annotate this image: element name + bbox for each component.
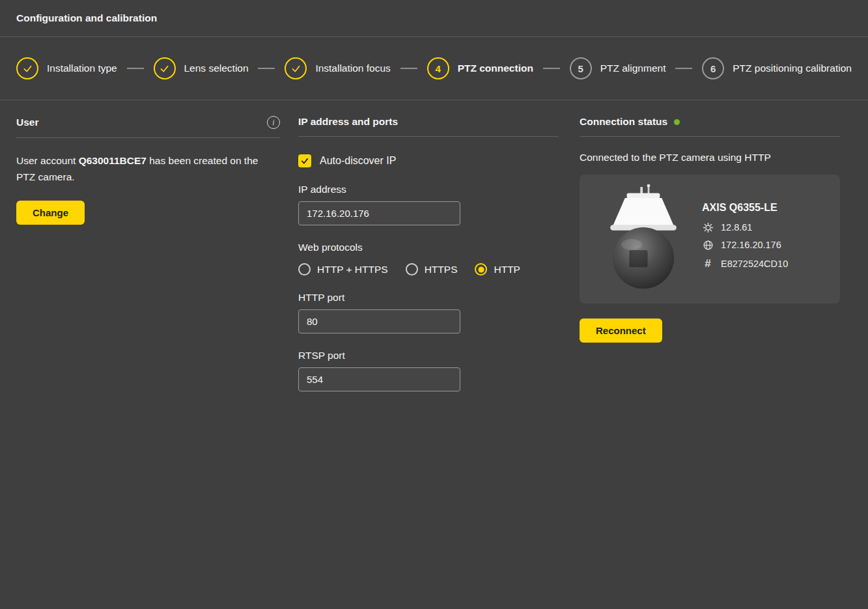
radio-unselected-icon bbox=[298, 263, 311, 276]
web-protocols-label: Web protocols bbox=[298, 242, 559, 253]
check-icon bbox=[159, 63, 170, 74]
step-label: Lens selection bbox=[184, 63, 249, 74]
firmware-version: 12.8.61 bbox=[721, 222, 752, 233]
user-section-title: User bbox=[16, 117, 38, 128]
step-circle-done bbox=[285, 57, 307, 79]
network-section: IP address and ports Auto-discover IP IP… bbox=[298, 116, 559, 391]
radio-http-https[interactable]: HTTP + HTTPS bbox=[298, 263, 388, 276]
camera-model: AXIS Q6355-LE bbox=[702, 202, 788, 214]
checkbox-checked-icon bbox=[298, 154, 311, 167]
step-label: Installation focus bbox=[315, 63, 390, 74]
ip-row: 172.16.20.176 bbox=[702, 240, 788, 251]
user-account-name: Q630011BCE7 bbox=[79, 155, 147, 166]
camera-card: AXIS Q6355-LE 12.8.61 bbox=[580, 175, 840, 304]
hash-icon: # bbox=[702, 257, 714, 270]
check-icon bbox=[290, 63, 301, 74]
step-circle-upcoming: 6 bbox=[702, 57, 724, 79]
http-port-label: HTTP port bbox=[298, 292, 559, 304]
rtsp-port-label: RTSP port bbox=[298, 350, 559, 361]
step-connector bbox=[543, 68, 560, 69]
main-content: User i User account Q630011BCE7 has been… bbox=[0, 100, 868, 391]
ip-address-label: IP address bbox=[298, 184, 559, 195]
info-icon[interactable]: i bbox=[267, 116, 280, 129]
step-label: Installation type bbox=[47, 63, 117, 74]
camera-info: AXIS Q6355-LE 12.8.61 bbox=[702, 202, 788, 277]
auto-discover-checkbox[interactable]: Auto-discover IP bbox=[298, 154, 559, 167]
globe-icon bbox=[702, 240, 714, 251]
radio-selected-icon bbox=[475, 263, 487, 276]
change-button[interactable]: Change bbox=[16, 201, 85, 225]
reconnect-button[interactable]: Reconnect bbox=[580, 319, 662, 343]
user-text-before: User account bbox=[16, 155, 79, 166]
auto-discover-label: Auto-discover IP bbox=[320, 155, 396, 167]
radio-https[interactable]: HTTPS bbox=[406, 263, 458, 276]
step-label: PTZ connection bbox=[458, 63, 533, 74]
network-section-heading: IP address and ports bbox=[298, 116, 559, 137]
ip-address-input[interactable] bbox=[298, 201, 460, 225]
step-circle-done bbox=[154, 57, 176, 79]
radio-unselected-icon bbox=[406, 263, 418, 276]
network-section-title: IP address and ports bbox=[298, 116, 398, 128]
wizard-stepper: Installation type Lens selection Install… bbox=[0, 37, 868, 100]
firmware-row: 12.8.61 bbox=[702, 222, 788, 233]
step-ptz-alignment[interactable]: 5 PTZ alignment bbox=[570, 57, 666, 79]
step-connector bbox=[258, 68, 275, 69]
step-label: PTZ alignment bbox=[600, 63, 666, 74]
page-title: Configuration and calibration bbox=[16, 12, 157, 24]
step-installation-type[interactable]: Installation type bbox=[16, 57, 117, 79]
connection-section: Connection status Connected to the PTZ c… bbox=[580, 116, 840, 391]
user-section: User i User account Q630011BCE7 has been… bbox=[16, 116, 280, 391]
connection-status-title: Connection status bbox=[580, 116, 667, 128]
user-section-heading: User i bbox=[16, 116, 280, 138]
user-account-text: User account Q630011BCE7 has been create… bbox=[16, 153, 273, 186]
camera-ip: 172.16.20.176 bbox=[721, 240, 781, 250]
status-connected-dot bbox=[674, 119, 680, 125]
step-circle-upcoming: 5 bbox=[570, 57, 592, 79]
connection-section-title: Connection status bbox=[580, 116, 680, 128]
http-port-input[interactable] bbox=[298, 309, 460, 333]
camera-serial: E8272524CD10 bbox=[721, 259, 788, 269]
step-connector bbox=[675, 68, 692, 69]
connection-section-heading: Connection status bbox=[580, 116, 840, 137]
radio-http[interactable]: HTTP bbox=[475, 263, 520, 276]
connection-status-text: Connected to the PTZ camera using HTTP bbox=[580, 152, 840, 163]
step-label: PTZ positioning calibration bbox=[733, 63, 852, 74]
step-lens-selection[interactable]: Lens selection bbox=[154, 57, 249, 79]
top-bar: Configuration and calibration bbox=[0, 0, 868, 37]
radio-label: HTTPS bbox=[425, 264, 458, 276]
gear-icon bbox=[702, 222, 714, 233]
step-ptz-positioning-calibration[interactable]: 6 PTZ positioning calibration bbox=[702, 57, 852, 79]
step-circle-current: 4 bbox=[427, 57, 449, 79]
web-protocols-radio-group: HTTP + HTTPS HTTPS HTTP bbox=[298, 263, 559, 276]
radio-label: HTTP + HTTPS bbox=[317, 264, 388, 276]
step-circle-done bbox=[16, 57, 38, 79]
step-connector bbox=[127, 68, 144, 69]
step-connector bbox=[400, 68, 417, 69]
check-icon bbox=[22, 63, 33, 74]
ptz-camera-image bbox=[591, 183, 695, 295]
radio-label: HTTP bbox=[494, 264, 520, 276]
serial-row: # E8272524CD10 bbox=[702, 257, 788, 270]
step-installation-focus[interactable]: Installation focus bbox=[285, 57, 390, 79]
step-ptz-connection[interactable]: 4 PTZ connection bbox=[427, 57, 533, 79]
rtsp-port-input[interactable] bbox=[298, 367, 460, 391]
